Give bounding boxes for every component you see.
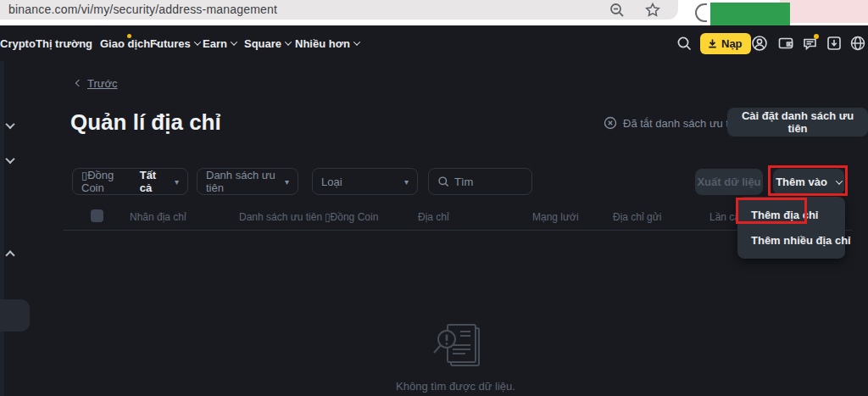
bookmark-star-icon[interactable]	[644, 2, 661, 19]
search-icon[interactable]	[676, 35, 693, 52]
nav-item-nhieu-hon[interactable]: Nhiều hơn	[295, 37, 359, 50]
dropdown-arrow-icon: ▾	[168, 177, 179, 187]
sidebar-expand-icon[interactable]	[7, 153, 14, 169]
nav-item-earn[interactable]: Earn	[203, 37, 236, 50]
wallet-icon[interactable]	[777, 35, 794, 52]
column-header-whitelist: Danh sách ưu tiên	[239, 211, 322, 223]
page-title: Quản lí địa chỉ	[70, 109, 221, 136]
search-box	[428, 168, 532, 195]
no-data-icon	[428, 322, 484, 368]
redaction-overlay	[710, 3, 790, 25]
address-bar[interactable]: binance.com/vi/my/security/address-manag…	[0, 0, 678, 20]
sidebar-collapse-icon[interactable]	[7, 248, 14, 264]
add-to-button[interactable]: Thêm vào	[773, 169, 844, 195]
dropdown-arrow-icon: ▾	[278, 177, 289, 187]
chevron-down-icon	[285, 38, 292, 45]
column-header-origin: Địa chỉ gửi	[613, 211, 661, 223]
whitelist-filter-label: Danh sách ưu tiên	[206, 169, 278, 194]
sidebar-expand-icon[interactable]	[7, 119, 14, 134]
whitelist-status: Đã tắt danh sách ưu tiên	[604, 116, 743, 130]
globe-icon[interactable]	[849, 35, 866, 52]
chevron-left-icon	[75, 80, 82, 86]
chevron-down-icon	[231, 38, 237, 45]
chevron-down-icon	[353, 38, 360, 45]
nav-item-crypto[interactable]: Crypto	[0, 37, 36, 50]
coin-filter-value: Tất cả	[140, 169, 168, 194]
add-dropdown-menu: Thêm địa chỉ Thêm nhiều địa chỉ	[737, 197, 845, 259]
dropdown-arrow-icon: ▾	[398, 177, 409, 187]
browser-notification: iện đã có Chrome m	[780, 0, 868, 23]
type-filter-dropdown[interactable]: Loại ▾	[312, 168, 418, 195]
column-header-address: Địa chỉ	[418, 211, 449, 223]
app-download-icon[interactable]	[826, 35, 843, 52]
empty-state-message: Không tìm được dữ liệu.	[0, 380, 868, 393]
download-arrow-icon	[707, 38, 718, 49]
chat-notification-dot	[814, 34, 819, 39]
search-icon	[437, 176, 449, 187]
coin-filter-dropdown[interactable]: ▯Đồng Coin Tất cả ▾	[72, 168, 188, 195]
type-filter-label: Loại	[321, 176, 342, 188]
profile-icon[interactable]	[751, 35, 768, 52]
empty-state: Không tìm được dữ liệu.	[0, 322, 868, 393]
menu-item-add-multiple-addresses[interactable]: Thêm nhiều địa chỉ	[737, 228, 845, 254]
column-header-network: Mạng lưới	[532, 211, 579, 223]
chevron-down-icon	[193, 38, 200, 45]
browser-bar: binance.com/vi/my/security/address-manag…	[0, 0, 868, 25]
back-link[interactable]: Trước	[72, 77, 118, 90]
main-navbar: Crypto Thị trường Giao dịch Futures Earn…	[0, 25, 868, 61]
chevron-down-icon	[836, 177, 843, 184]
deposit-button[interactable]: Nạp	[700, 33, 751, 54]
new-badge-dot	[127, 34, 131, 38]
browser-profile-icon[interactable]	[695, 3, 707, 22]
whitelist-filter-dropdown[interactable]: Danh sách ưu tiên ▾	[197, 168, 298, 195]
column-header-label: Nhãn địa chỉ	[130, 211, 186, 223]
nav-item-thi-truong[interactable]: Thị trường	[36, 37, 92, 50]
table-divider	[64, 230, 852, 231]
select-all-checkbox[interactable]	[91, 209, 103, 222]
nav-item-futures[interactable]: Futures	[150, 37, 200, 50]
whitelist-settings-button[interactable]: Cài đặt danh sách ưu tiên	[727, 108, 868, 137]
deposit-label: Nạp	[721, 37, 743, 50]
coin-filter-label: ▯Đồng Coin	[81, 169, 133, 194]
column-header-coin: ▯Đồng Coin	[325, 211, 378, 223]
disabled-circle-x-icon	[604, 116, 617, 130]
zoom-out-icon[interactable]	[609, 2, 626, 19]
nav-item-square[interactable]: Square	[244, 37, 291, 50]
export-data-button[interactable]: Xuất dữ liệu	[695, 169, 763, 195]
screen: binance.com/vi/my/security/address-manag…	[0, 0, 868, 396]
menu-item-add-address[interactable]: Thêm địa chỉ	[737, 203, 845, 228]
whitelist-status-text: Đã tắt danh sách ưu tiên	[623, 117, 743, 130]
search-input[interactable]	[454, 176, 522, 188]
url-text[interactable]: binance.com/vi/my/security/address-manag…	[8, 3, 277, 16]
